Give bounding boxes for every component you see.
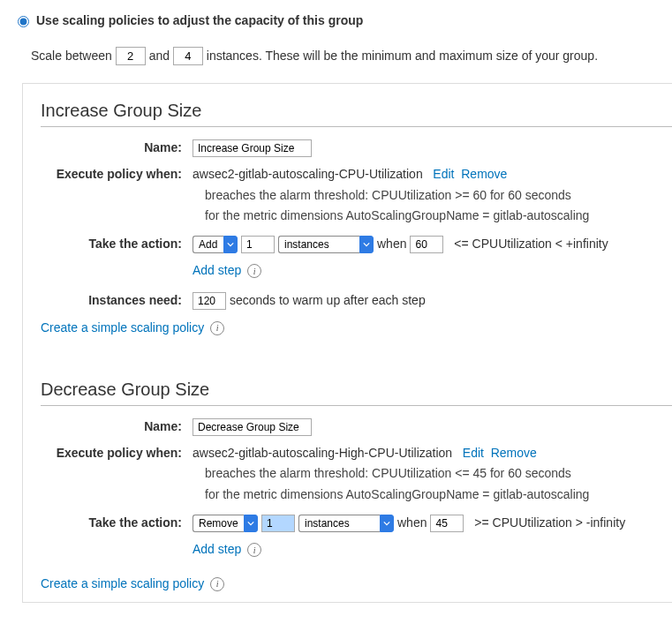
decrease-action-count-input[interactable] [261,515,295,532]
edit-link[interactable]: Edit [463,446,484,460]
increase-warmup-input[interactable] [193,292,226,310]
divider [41,405,672,406]
scaling-policies-radio[interactable] [18,16,29,27]
decrease-threshold-input[interactable] [430,515,464,532]
decrease-name-input[interactable] [193,418,312,436]
increase-action-unit-select[interactable]: instances [278,236,359,253]
info-icon[interactable]: i [210,577,224,591]
increase-action-op-select[interactable]: Add [193,236,223,253]
execute-when-label: Execute policy when: [41,164,193,181]
info-icon[interactable]: i [210,321,224,335]
increase-action-count-input[interactable] [241,236,275,253]
chevron-down-icon [223,236,238,253]
increase-section-title: Increase Group Size [41,101,672,121]
simple-policy-link[interactable]: Create a simple scaling policy [41,320,204,335]
scale-max-input[interactable] [173,47,203,65]
decrease-section-title: Decrease Group Size [41,380,672,400]
remove-link[interactable]: Remove [491,446,537,460]
info-icon[interactable]: i [247,543,261,557]
when-text: when [377,234,406,255]
chevron-down-icon [380,515,394,532]
name-label: Name: [41,138,193,154]
simple-policy-link[interactable]: Create a simple scaling policy [41,576,204,590]
scale-prefix: Scale between [31,49,112,63]
scale-suffix: instances. These will be the minimum and… [207,49,598,63]
remove-link[interactable]: Remove [461,167,507,181]
add-step-link[interactable]: Add step [193,263,241,277]
decrease-action-op-select[interactable]: Remove [193,515,244,532]
scale-between-line: Scale between and instances. These will … [31,47,672,65]
instances-need-label: Instances need: [41,290,193,307]
info-icon[interactable]: i [247,264,261,278]
policies-panel: Increase Group Size Name: Execute policy… [22,83,672,603]
increase-alarm-name: awsec2-gitlab-autoscaling-CPU-Utilizatio… [193,167,423,181]
divider [41,126,672,127]
increase-condition: <= CPUUtilization < +infinity [454,234,608,255]
execute-when-label: Execute policy when: [41,443,193,460]
decrease-alarm-line2: for the metric dimensions AutoScalingGro… [205,485,672,506]
decrease-alarm-name: awsec2-gitlab-autoscaling-High-CPU-Utili… [193,446,452,460]
edit-link[interactable]: Edit [433,167,454,181]
add-step-link[interactable]: Add step [193,542,241,556]
scale-mid: and [149,49,170,63]
increase-alarm-line1: breaches the alarm threshold: CPUUtiliza… [205,185,672,207]
when-text: when [397,513,427,534]
decrease-alarm-line1: breaches the alarm threshold: CPUUtiliza… [205,463,672,485]
decrease-action-unit-select[interactable]: instances [298,515,380,532]
increase-alarm-line2: for the metric dimensions AutoScalingGro… [205,206,672,227]
increase-name-input[interactable] [193,139,312,157]
chevron-down-icon [244,515,258,532]
take-action-label: Take the action: [41,513,193,530]
warmup-suffix: seconds to warm up after each step [230,293,426,307]
name-label: Name: [41,417,193,433]
take-action-label: Take the action: [41,234,193,251]
decrease-condition: >= CPUUtilization > -infinity [474,513,625,534]
scaling-policies-label: Use scaling policies to adjust the capac… [36,13,363,27]
chevron-down-icon [359,236,374,253]
increase-threshold-input[interactable] [410,236,443,253]
scale-min-input[interactable] [116,47,146,65]
